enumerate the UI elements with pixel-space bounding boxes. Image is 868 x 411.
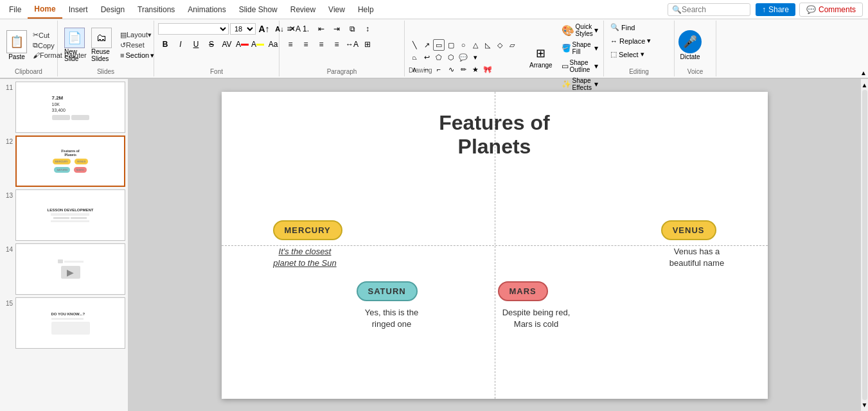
shape-trap[interactable]: ⏢ [409,51,420,63]
font-name-select[interactable] [158,23,229,35]
saturn-description[interactable]: Yes, this is the ringed one [347,307,437,330]
slide-thumbnail-12[interactable]: 12 Features ofPlanets MERCURY VENUS SATU… [3,136,125,187]
strikethrough-button[interactable]: S [204,37,218,51]
convert-button[interactable]: ⊞ [360,37,375,51]
reuse-slides-button[interactable]: 🗂 Reuse Slides [89,26,114,64]
tab-slideshow[interactable]: Slide Show [233,0,284,19]
tab-view[interactable]: View [322,0,351,19]
italic-button[interactable]: I [173,37,188,51]
tab-home[interactable]: Home [28,0,62,19]
saturn-label[interactable]: SATURN [357,281,418,301]
line-spacing-button[interactable]: ↕ [360,22,375,36]
comments-button[interactable]: 💬 Comments [799,3,863,17]
shape-scribble[interactable]: ✏ [457,64,469,75]
scroll-up-button[interactable]: ▲ [862,82,868,89]
slide-thumbnail-13[interactable]: 13 LESSON DEVELOPMENT [3,189,125,241]
shape-pentagon[interactable]: ⬠ [433,51,445,63]
shape-curved-arrow[interactable]: ↩ [421,51,432,63]
mars-description[interactable]: Despite being red, Mars is cold [492,307,581,330]
justify-button[interactable]: ≡ [330,37,344,51]
font-size-select[interactable]: 18 [230,23,256,35]
slide-thumbnail-15[interactable]: 15 DO YOU KNOW...? [3,297,125,349]
share-button[interactable]: ↑ Share [756,3,795,16]
shape-star[interactable]: ★ [470,64,481,75]
slide-thumbnail-11[interactable]: 11 7.2M 10K 33,400 [3,82,125,133]
tab-file[interactable]: File [3,0,28,19]
shape-circle[interactable]: ○ [457,39,469,51]
tab-transitions[interactable]: Transitions [131,0,181,19]
columns-button[interactable]: ⧉ [345,22,359,36]
layout-button[interactable]: ▤ Layout ▾ [118,30,156,40]
drawing-group: ╲ ↗ ▭ ▢ ○ △ ◺ ◇ ▱ ⏢ ↩ ⬠ ⬡ 💬 ▾ [405,21,604,76]
shape-curve[interactable]: ∿ [445,64,457,75]
align-left-button[interactable]: ≡ [283,37,297,51]
tab-insert[interactable]: Insert [62,0,94,19]
slide-title[interactable]: Features of Planets [439,111,549,159]
ribbon-collapse-button[interactable]: ▲ [859,68,868,78]
bullets-button[interactable]: ≡• [283,22,297,36]
bold-button[interactable]: B [158,37,172,51]
paragraph-group: ≡• 1. ⇤ ⇥ ⧉ ↕ ≡ ≡ ≡ ≡ ↔A ⊞ Paragraph [279,21,405,76]
new-slide-button[interactable]: 📄 New Slide [62,26,87,64]
arrange-button[interactable]: ⊞ Arrange [527,45,555,70]
shape-effects-button[interactable]: ✨ Shape Effects ▾ [560,76,599,92]
mercury-description[interactable]: It's the closest planet to the Sun [260,246,350,269]
change-case-button[interactable]: Aa [266,37,280,51]
right-scrollbar[interactable]: ▲ ▼ [860,79,868,411]
increase-indent-button[interactable]: ⇥ [330,22,344,36]
shape-outline-button[interactable]: ▭ Shape Outline ▾ [560,58,599,74]
shape-more[interactable]: ▾ [470,51,481,63]
replace-button[interactable]: ↔ Replace ▾ [608,35,653,46]
shape-fill-icon: 🪣 [562,44,571,53]
search-input[interactable] [682,5,746,14]
shape-right-triangle[interactable]: ◺ [482,39,493,51]
find-button[interactable]: 🔍 Find [608,22,637,33]
numbering-button[interactable]: 1. [299,22,313,36]
mars-label[interactable]: MARS [498,281,548,301]
align-right-button[interactable]: ≡ [314,37,328,51]
shape-fill-dropdown-icon: ▾ [594,44,598,53]
shape-arrow[interactable]: ↗ [421,39,432,51]
shape-rect[interactable]: ▭ [433,39,445,51]
quick-styles-button[interactable]: 🎨 Quick Styles ▾ [560,22,599,39]
shape-callout[interactable]: 💬 [457,51,469,63]
mercury-label[interactable]: MERCURY [273,220,342,240]
shape-ribbon[interactable]: 🎀 [482,64,493,75]
tab-review[interactable]: Review [284,0,322,19]
slide-thumbnail-14[interactable]: 14 ▶ [3,243,125,295]
slide-canvas[interactable]: Features of Planets MERCURY It's the clo… [222,92,768,399]
shape-connector[interactable]: ⌐ [433,64,445,75]
shape-rounded-rect[interactable]: ▢ [445,39,457,51]
shape-parallelogram[interactable]: ▱ [506,39,518,51]
replace-icon: ↔ [610,37,617,45]
shape-line[interactable]: ╲ [409,39,420,51]
text-direction-button[interactable]: ↔A [345,37,359,51]
shape-diamond[interactable]: ◇ [494,39,506,51]
shape-outline-dropdown-icon: ▾ [594,62,598,71]
dictate-button[interactable]: 🎤 Dictate [678,30,702,60]
replace-dropdown-icon: ▾ [647,37,651,45]
char-spacing-button[interactable]: AV [220,37,234,51]
tab-animations[interactable]: Animations [181,0,232,19]
venus-description[interactable]: Venus has a beautiful name [652,246,742,269]
shape-hexagon[interactable]: ⬡ [445,51,457,63]
scroll-thumb[interactable] [862,90,867,400]
shape-triangle[interactable]: △ [470,39,481,51]
underline-button[interactable]: U [189,37,203,51]
paste-button[interactable]: 📋 Paste [4,29,30,62]
venus-label[interactable]: VENUS [661,220,716,240]
section-button[interactable]: ≡ Section ▾ [118,51,156,60]
search-box[interactable]: 🔍 [668,3,750,16]
shape-fill-button[interactable]: 🪣 Shape Fill ▾ [560,40,599,57]
select-button[interactable]: ⬚ Select ▾ [608,49,647,60]
decrease-indent-button[interactable]: ⇤ [314,22,328,36]
highlight-button[interactable]: A [251,37,265,51]
font-color-button[interactable]: A [235,37,249,51]
align-center-button[interactable]: ≡ [299,37,313,51]
slide-thumb-img-15: DO YOU KNOW...? [15,297,125,349]
reset-button[interactable]: ↺ Reset [118,40,156,50]
tab-help[interactable]: Help [351,0,380,19]
increase-font-button[interactable]: A↑ [257,22,271,36]
tab-design[interactable]: Design [94,0,131,19]
scroll-down-button[interactable]: ▼ [862,401,868,408]
